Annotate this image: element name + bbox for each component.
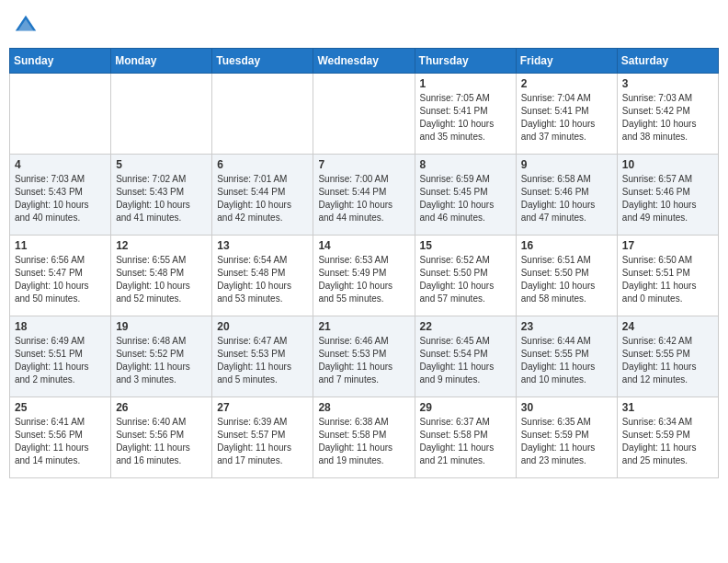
day-number: 31 <box>622 401 713 414</box>
calendar-cell: 5Sunrise: 7:02 AM Sunset: 5:43 PM Daylig… <box>111 155 212 236</box>
calendar-cell: 12Sunrise: 6:55 AM Sunset: 5:48 PM Dayli… <box>111 236 212 316</box>
calendar-cell: 18Sunrise: 6:49 AM Sunset: 5:51 PM Dayli… <box>10 316 111 397</box>
calendar-cell: 1Sunrise: 7:05 AM Sunset: 5:41 PM Daylig… <box>415 74 516 155</box>
day-number: 29 <box>420 401 511 414</box>
day-detail: Sunrise: 7:05 AM Sunset: 5:41 PM Dayligh… <box>420 92 511 144</box>
day-number: 4 <box>15 158 106 171</box>
calendar-cell: 29Sunrise: 6:37 AM Sunset: 5:58 PM Dayli… <box>415 397 516 478</box>
day-number: 15 <box>420 239 511 252</box>
calendar-table: SundayMondayTuesdayWednesdayThursdayFrid… <box>9 48 719 478</box>
weekday-header-wednesday: Wednesday <box>313 49 415 74</box>
day-number: 19 <box>116 320 207 333</box>
calendar-cell: 24Sunrise: 6:42 AM Sunset: 5:55 PM Dayli… <box>617 316 718 397</box>
calendar-cell: 26Sunrise: 6:40 AM Sunset: 5:56 PM Dayli… <box>111 397 212 478</box>
day-detail: Sunrise: 6:39 AM Sunset: 5:57 PM Dayligh… <box>217 416 308 467</box>
day-detail: Sunrise: 7:03 AM Sunset: 5:43 PM Dayligh… <box>15 173 106 224</box>
calendar-cell: 8Sunrise: 6:59 AM Sunset: 5:45 PM Daylig… <box>415 155 516 236</box>
day-number: 23 <box>521 320 612 333</box>
logo <box>9 9 46 42</box>
weekday-header-tuesday: Tuesday <box>212 49 313 74</box>
day-detail: Sunrise: 7:02 AM Sunset: 5:43 PM Dayligh… <box>116 173 207 224</box>
day-detail: Sunrise: 7:04 AM Sunset: 5:41 PM Dayligh… <box>521 92 612 144</box>
weekday-header-sunday: Sunday <box>10 49 111 74</box>
weekday-header-monday: Monday <box>111 49 212 74</box>
week-row-1: 1Sunrise: 7:05 AM Sunset: 5:41 PM Daylig… <box>10 74 719 155</box>
week-row-2: 4Sunrise: 7:03 AM Sunset: 5:43 PM Daylig… <box>10 155 719 236</box>
calendar-cell: 23Sunrise: 6:44 AM Sunset: 5:55 PM Dayli… <box>516 316 617 397</box>
calendar-cell: 31Sunrise: 6:34 AM Sunset: 5:59 PM Dayli… <box>617 397 718 478</box>
logo-icon <box>13 13 39 39</box>
week-row-5: 25Sunrise: 6:41 AM Sunset: 5:56 PM Dayli… <box>10 397 719 478</box>
calendar-cell: 13Sunrise: 6:54 AM Sunset: 5:48 PM Dayli… <box>212 236 313 316</box>
day-detail: Sunrise: 6:46 AM Sunset: 5:53 PM Dayligh… <box>318 335 409 386</box>
day-detail: Sunrise: 6:57 AM Sunset: 5:46 PM Dayligh… <box>622 173 713 224</box>
day-detail: Sunrise: 6:53 AM Sunset: 5:49 PM Dayligh… <box>318 254 409 305</box>
calendar-cell: 14Sunrise: 6:53 AM Sunset: 5:49 PM Dayli… <box>313 236 415 316</box>
day-detail: Sunrise: 6:59 AM Sunset: 5:45 PM Dayligh… <box>420 173 511 224</box>
day-detail: Sunrise: 6:38 AM Sunset: 5:58 PM Dayligh… <box>318 416 409 467</box>
day-detail: Sunrise: 7:00 AM Sunset: 5:44 PM Dayligh… <box>318 173 409 224</box>
calendar-cell <box>212 74 313 155</box>
day-number: 13 <box>217 239 308 252</box>
weekday-header-friday: Friday <box>516 49 617 74</box>
day-number: 20 <box>217 320 308 333</box>
calendar-cell: 19Sunrise: 6:48 AM Sunset: 5:52 PM Dayli… <box>111 316 212 397</box>
calendar-cell <box>313 74 415 155</box>
day-number: 16 <box>521 239 612 252</box>
day-detail: Sunrise: 7:01 AM Sunset: 5:44 PM Dayligh… <box>217 173 308 224</box>
day-detail: Sunrise: 6:35 AM Sunset: 5:59 PM Dayligh… <box>521 416 612 467</box>
calendar-cell: 30Sunrise: 6:35 AM Sunset: 5:59 PM Dayli… <box>516 397 617 478</box>
day-number: 5 <box>116 158 207 171</box>
day-number: 6 <box>217 158 308 171</box>
weekday-header-saturday: Saturday <box>617 49 718 74</box>
calendar-cell: 7Sunrise: 7:00 AM Sunset: 5:44 PM Daylig… <box>313 155 415 236</box>
day-detail: Sunrise: 7:03 AM Sunset: 5:42 PM Dayligh… <box>622 92 713 144</box>
day-detail: Sunrise: 6:52 AM Sunset: 5:50 PM Dayligh… <box>420 254 511 305</box>
day-number: 22 <box>420 320 511 333</box>
day-number: 14 <box>318 239 409 252</box>
week-row-4: 18Sunrise: 6:49 AM Sunset: 5:51 PM Dayli… <box>10 316 719 397</box>
day-detail: Sunrise: 6:51 AM Sunset: 5:50 PM Dayligh… <box>521 254 612 305</box>
calendar-cell: 17Sunrise: 6:50 AM Sunset: 5:51 PM Dayli… <box>617 236 718 316</box>
day-number: 10 <box>622 158 713 171</box>
day-number: 26 <box>116 401 207 414</box>
day-number: 28 <box>318 401 409 414</box>
calendar-cell: 2Sunrise: 7:04 AM Sunset: 5:41 PM Daylig… <box>516 74 617 155</box>
weekday-header-row: SundayMondayTuesdayWednesdayThursdayFrid… <box>10 49 719 74</box>
day-number: 11 <box>15 239 106 252</box>
day-number: 3 <box>622 77 713 90</box>
day-detail: Sunrise: 6:45 AM Sunset: 5:54 PM Dayligh… <box>420 335 511 386</box>
calendar-cell: 22Sunrise: 6:45 AM Sunset: 5:54 PM Dayli… <box>415 316 516 397</box>
calendar-cell: 20Sunrise: 6:47 AM Sunset: 5:53 PM Dayli… <box>212 316 313 397</box>
day-detail: Sunrise: 6:50 AM Sunset: 5:51 PM Dayligh… <box>622 254 713 305</box>
day-detail: Sunrise: 6:55 AM Sunset: 5:48 PM Dayligh… <box>116 254 207 305</box>
calendar-cell: 6Sunrise: 7:01 AM Sunset: 5:44 PM Daylig… <box>212 155 313 236</box>
calendar-cell: 16Sunrise: 6:51 AM Sunset: 5:50 PM Dayli… <box>516 236 617 316</box>
day-number: 1 <box>420 77 511 90</box>
day-number: 2 <box>521 77 612 90</box>
day-number: 9 <box>521 158 612 171</box>
day-number: 18 <box>15 320 106 333</box>
calendar-cell: 3Sunrise: 7:03 AM Sunset: 5:42 PM Daylig… <box>617 74 718 155</box>
calendar-cell: 11Sunrise: 6:56 AM Sunset: 5:47 PM Dayli… <box>10 236 111 316</box>
day-detail: Sunrise: 6:48 AM Sunset: 5:52 PM Dayligh… <box>116 335 207 386</box>
day-number: 17 <box>622 239 713 252</box>
day-detail: Sunrise: 6:37 AM Sunset: 5:58 PM Dayligh… <box>420 416 511 467</box>
header <box>9 9 719 42</box>
day-detail: Sunrise: 6:58 AM Sunset: 5:46 PM Dayligh… <box>521 173 612 224</box>
calendar-cell: 10Sunrise: 6:57 AM Sunset: 5:46 PM Dayli… <box>617 155 718 236</box>
week-row-3: 11Sunrise: 6:56 AM Sunset: 5:47 PM Dayli… <box>10 236 719 316</box>
day-number: 25 <box>15 401 106 414</box>
day-number: 24 <box>622 320 713 333</box>
day-detail: Sunrise: 6:40 AM Sunset: 5:56 PM Dayligh… <box>116 416 207 467</box>
day-number: 12 <box>116 239 207 252</box>
day-detail: Sunrise: 6:44 AM Sunset: 5:55 PM Dayligh… <box>521 335 612 386</box>
day-number: 27 <box>217 401 308 414</box>
calendar-cell: 21Sunrise: 6:46 AM Sunset: 5:53 PM Dayli… <box>313 316 415 397</box>
calendar-cell <box>10 74 111 155</box>
day-detail: Sunrise: 6:42 AM Sunset: 5:55 PM Dayligh… <box>622 335 713 386</box>
day-detail: Sunrise: 6:34 AM Sunset: 5:59 PM Dayligh… <box>622 416 713 467</box>
weekday-header-thursday: Thursday <box>415 49 516 74</box>
calendar-cell: 9Sunrise: 6:58 AM Sunset: 5:46 PM Daylig… <box>516 155 617 236</box>
calendar-cell <box>111 74 212 155</box>
